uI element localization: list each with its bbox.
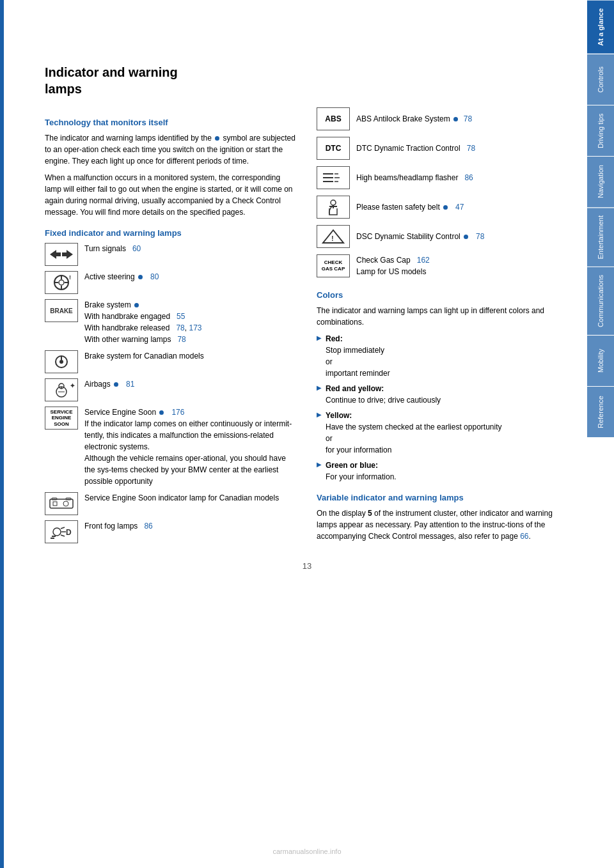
sidebar-tab-reference[interactable]: Reference — [587, 386, 614, 437]
turn-signal-icon — [45, 243, 78, 266]
svg-point-22 — [53, 528, 61, 536]
color-yellow-text: Yellow: Have the system checked at the e… — [326, 410, 501, 456]
dot — [443, 205, 448, 210]
dot — [114, 382, 118, 387]
indicator-dtc: DTC DTC Dynamic Traction Control 78 — [317, 137, 569, 160]
sidebar-tab-mobility[interactable]: Mobility — [587, 335, 614, 386]
dot — [159, 410, 164, 415]
service-engine-canadian-icon — [45, 492, 78, 515]
technology-para1: The indicator and warning lamps identifi… — [45, 132, 297, 167]
color-red-yellow-text: Red and yellow: Continue to drive; drive… — [326, 383, 441, 406]
airbags-text: Airbags 81 — [84, 378, 297, 390]
service-engine-canadian-svg — [47, 494, 76, 513]
svg-point-19 — [63, 501, 68, 506]
bullet-triangle-icon: ▶ — [317, 334, 322, 341]
indicator-brake-canadian: Brake system for Canadian models — [45, 350, 297, 373]
front-fog-icon: D — [45, 520, 78, 543]
service-engine-canadian-text: Service Engine Soon indicator lamp for C… — [84, 492, 297, 504]
svg-text:D: D — [66, 528, 72, 537]
indicator-dsc: ! DSC Dynamic Stability Control 78 — [317, 225, 569, 248]
sidebar-tab-at-a-glance[interactable]: At a glance — [587, 0, 614, 54]
dsc-icon: ! — [317, 225, 350, 248]
brake-text-desc: Brake system With handbrake engaged 55 W… — [84, 299, 297, 345]
indicator-service-engine-canadian: Service Engine Soon indicator lamp for C… — [45, 492, 297, 515]
indicator-high-beam: High beams/headlamp flasher 86 — [317, 166, 569, 189]
seatbelt-svg — [320, 198, 346, 216]
dot — [134, 303, 139, 307]
high-beam-text: High beams/headlamp flasher 86 — [356, 172, 473, 183]
variable-indicators-header: Variable indicator and warning lamps — [317, 493, 569, 502]
seatbelt-text: Please fasten safety belt 47 — [356, 201, 464, 213]
svg-line-25 — [61, 535, 65, 536]
two-col-layout: Technology that monitors itself The indi… — [45, 107, 569, 548]
dsc-svg: ! — [320, 228, 346, 245]
sidebar-tab-controls[interactable]: Controls — [587, 54, 614, 105]
svg-point-10 — [59, 360, 63, 364]
page-title: Indicator and warning lamps — [45, 64, 569, 97]
svg-marker-0 — [50, 250, 61, 259]
seatbelt-icon — [317, 196, 350, 219]
color-red: ▶ Red: Stop immediately or important rem… — [317, 333, 569, 379]
page-number: 13 — [45, 561, 569, 571]
dsc-text: DSC Dynamic Stability Control 78 — [356, 231, 484, 242]
sidebar-tab-entertainment[interactable]: Entertainment — [587, 207, 614, 267]
high-beam-svg — [320, 169, 346, 187]
brake-text: BRAKE — [50, 307, 73, 314]
indicator-service-engine: SERVICEENGINESOON Service Engine Soon 17… — [45, 407, 297, 487]
service-engine-label: SERVICEENGINESOON — [51, 409, 73, 428]
indicator-active-steering: ! Active steering 80 — [45, 271, 297, 294]
technology-section-header: Technology that monitors itself — [45, 118, 297, 127]
bullet-triangle-icon: ▶ — [317, 411, 322, 418]
colors-section-header: Colors — [317, 290, 569, 300]
blue-accent-bar — [0, 0, 4, 868]
svg-point-35 — [331, 200, 336, 205]
svg-text:✦: ✦ — [70, 382, 75, 389]
color-green-blue: ▶ Green or blue: For your information. — [317, 460, 569, 483]
dtc-label: DTC — [326, 144, 342, 153]
dot — [453, 117, 458, 121]
svg-line-23 — [61, 527, 65, 529]
technology-para2: When a malfunction occurs in a monitored… — [45, 172, 297, 218]
svg-text:!: ! — [331, 235, 334, 242]
high-beam-icon — [317, 166, 350, 189]
front-fog-text: Front fog lamps 86 — [84, 520, 297, 532]
abs-text: ABS Antilock Brake System 78 — [356, 113, 472, 125]
color-red-text: Red: Stop immediately or important remin… — [326, 333, 390, 379]
brake-canadian-svg — [47, 352, 76, 371]
sidebar-tab-communications[interactable]: Communications — [587, 267, 614, 335]
left-column: Technology that monitors itself The indi… — [45, 107, 297, 548]
indicator-brake: BRAKE Brake system With handbrake engage… — [45, 299, 297, 345]
color-yellow: ▶ Yellow: Have the system checked at the… — [317, 410, 569, 456]
front-fog-svg: D — [47, 522, 76, 541]
indicator-turn-signals: Turn signals 60 — [45, 243, 297, 266]
dtc-text: DTC Dynamic Traction Control 78 — [356, 143, 475, 154]
brake-canadian-text: Brake system for Canadian models — [84, 350, 297, 362]
blue-dot — [215, 136, 219, 141]
indicator-front-fog: D Front fog lamps 86 — [45, 520, 297, 543]
colors-intro: The indicator and warning lamps can ligh… — [317, 305, 569, 328]
bullet-triangle-icon: ▶ — [317, 384, 322, 391]
airbags-icon: ✦ — [45, 378, 78, 401]
variable-indicators-text: On the display 5 of the instrument clust… — [317, 508, 569, 542]
service-engine-text: Service Engine Soon 176 If the indicator… — [84, 407, 297, 487]
service-engine-icon: SERVICEENGINESOON — [45, 407, 78, 430]
svg-text:!: ! — [69, 274, 71, 281]
indicator-abs: ABS ABS Antilock Brake System 78 — [317, 107, 569, 130]
active-steering-svg: ! — [47, 273, 76, 292]
sidebar-tab-driving-tips[interactable]: Driving tips — [587, 105, 614, 156]
fixed-indicators-header: Fixed indicator and warning lamps — [45, 228, 297, 238]
turn-signal-svg — [47, 245, 76, 264]
indicator-seatbelt: Please fasten safety belt 47 — [317, 196, 569, 219]
check-gas-cap-text: Check Gas Cap 162 Lamp for US models — [356, 254, 430, 277]
abs-label: ABS — [325, 114, 341, 123]
main-content: Indicator and warning lamps Technology t… — [19, 0, 582, 868]
dtc-icon: DTC — [317, 137, 350, 160]
sidebar-right: At a glance Controls Driving tips Naviga… — [587, 0, 614, 868]
svg-point-3 — [59, 280, 64, 285]
color-green-blue-text: Green or blue: For your information. — [326, 460, 397, 483]
bullet-triangle-icon: ▶ — [317, 461, 322, 468]
indicator-airbags: ✦ Airbags 81 — [45, 378, 297, 401]
check-gas-cap-label: CHECKGAS CAP — [322, 260, 345, 272]
abs-icon: ABS — [317, 107, 350, 130]
sidebar-tab-navigation[interactable]: Navigation — [587, 156, 614, 207]
